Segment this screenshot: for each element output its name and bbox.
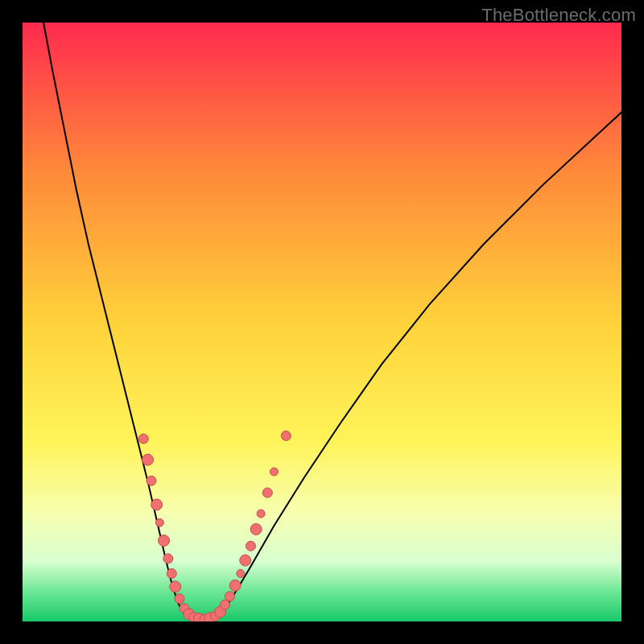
chart-svg [23, 23, 621, 621]
marker-dot [246, 541, 255, 551]
marker-dot [270, 468, 278, 476]
marker-dot [257, 510, 265, 518]
watermark-text: TheBottleneck.com [481, 5, 636, 26]
marker-dot [170, 581, 181, 592]
plot-area [23, 23, 621, 621]
marker-dot [240, 555, 251, 566]
marker-dot [159, 535, 170, 547]
marker-dot [281, 431, 291, 440]
marker-dot [250, 523, 262, 535]
gradient-background [23, 23, 621, 621]
marker-dot [147, 476, 156, 485]
marker-dot [262, 488, 272, 497]
marker-dot [142, 454, 154, 465]
marker-dot [151, 499, 163, 510]
marker-dot [229, 580, 241, 591]
marker-dot [163, 554, 173, 564]
marker-dot [237, 569, 245, 577]
marker-dot [225, 592, 234, 601]
marker-dot [138, 434, 148, 444]
marker-dot [175, 594, 184, 604]
outer-frame: TheBottleneck.com [0, 0, 644, 644]
marker-dot [155, 518, 163, 526]
marker-dot [167, 568, 176, 578]
